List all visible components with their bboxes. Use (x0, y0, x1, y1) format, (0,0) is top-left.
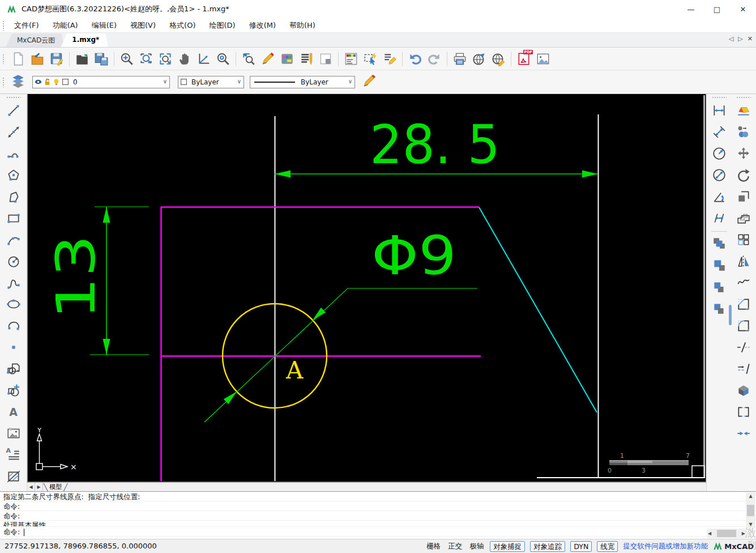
menu-item-8[interactable]: 帮助(H) (284, 19, 321, 32)
hatch-tool-button[interactable] (3, 466, 24, 487)
model-prev-button[interactable]: ◀ (27, 483, 35, 491)
menu-item-2[interactable]: 功能(A) (47, 19, 84, 32)
dim-aligned-button[interactable] (709, 122, 729, 142)
fillet-button[interactable] (733, 316, 754, 336)
chamfer-button[interactable] (733, 294, 754, 314)
erase-button[interactable] (733, 100, 754, 121)
zoom-dynamic-button[interactable] (117, 49, 136, 69)
dim-radius-button[interactable] (709, 143, 729, 164)
mtext-tool-button[interactable]: A (3, 445, 24, 465)
polygon-tool-button[interactable] (3, 165, 24, 185)
maximize-button[interactable]: □ (704, 0, 730, 18)
status-toggle-对象追踪[interactable]: 对象追踪 (530, 541, 565, 552)
tab-scroll-left-icon[interactable]: ◁ (729, 35, 733, 42)
page-setup-button[interactable] (316, 49, 335, 69)
pan-button[interactable] (175, 49, 194, 69)
move-button[interactable] (733, 143, 754, 164)
draw-order-front-button[interactable] (709, 233, 729, 254)
scale-button[interactable] (733, 186, 754, 207)
spline-edit-button[interactable] (733, 273, 754, 293)
zoom-window-button[interactable] (136, 49, 156, 69)
model-next-button[interactable]: ▶ (35, 483, 43, 491)
export-pdf-button[interactable]: PDF (514, 49, 533, 69)
join-button[interactable] (733, 423, 754, 444)
rotate-button[interactable] (733, 165, 754, 185)
point-tool-button[interactable] (3, 337, 24, 358)
offset-button[interactable] (733, 208, 754, 228)
match-properties-button[interactable] (380, 49, 399, 69)
command-horizontal-scrollbar[interactable]: ◀ ▶ (707, 529, 746, 538)
status-toggle-极轴[interactable]: 极轴 (468, 542, 485, 551)
save-file-button[interactable] (47, 49, 66, 69)
layers-button[interactable] (8, 73, 28, 92)
arc-tool-button[interactable] (3, 229, 24, 250)
line-tool-button[interactable] (3, 100, 24, 121)
dim-diameter-button[interactable] (709, 165, 729, 185)
layer-manager-button[interactable] (341, 49, 361, 69)
scroll-thumb[interactable] (747, 505, 754, 516)
polyline-tool-button[interactable] (3, 143, 24, 164)
dim-linear-button[interactable] (709, 100, 729, 121)
new-file-button[interactable] (8, 49, 28, 69)
image-tool-button[interactable] (3, 423, 24, 444)
block-tool-button[interactable] (3, 359, 24, 379)
scroll-up-icon[interactable]: ▲ (749, 492, 752, 500)
pencil-icon[interactable] (360, 73, 379, 92)
color-dropdown[interactable]: ByLayer ∨ (178, 76, 244, 88)
array-button[interactable] (733, 229, 754, 250)
draw-order-back-button[interactable] (709, 255, 729, 275)
quick-select-button[interactable] (361, 49, 380, 69)
close-button[interactable]: ✕ (730, 0, 756, 18)
document-tab-2[interactable]: 1.mxg* (61, 33, 108, 47)
command-line-panel[interactable]: 指定第二条尺寸界线原点: 指定尺寸线位置:命令:命令:处理基本属性命令: (0, 491, 756, 539)
extend-button[interactable] (733, 359, 754, 379)
mirror-button[interactable] (733, 251, 754, 271)
print-button[interactable] (450, 49, 469, 69)
xline-tool-button[interactable] (3, 122, 24, 142)
color-palette-button[interactable] (277, 49, 297, 69)
model-tab[interactable]: 模型 (48, 483, 63, 491)
menu-item-6[interactable]: 绘图(D) (203, 19, 241, 32)
spline-tool-button[interactable] (3, 273, 24, 293)
text-style-button[interactable] (297, 49, 316, 69)
feedback-link[interactable]: 提交软件问题或增加新功能 (623, 542, 708, 551)
dim-angular-button[interactable] (709, 186, 729, 207)
menu-item-7[interactable]: 修改(M) (244, 19, 281, 32)
layer-dropdown[interactable]: 0 ∨ (32, 76, 170, 88)
break-button[interactable] (733, 402, 754, 422)
web-edit-button[interactable] (489, 49, 508, 69)
status-toggle-正交[interactable]: 正交 (447, 542, 463, 551)
draw-order-under-button[interactable] (709, 298, 729, 318)
toolbar-scroll-thumb[interactable] (729, 305, 732, 325)
tab-close-icon[interactable]: ✕ (748, 35, 753, 42)
trim-button[interactable] (733, 337, 754, 358)
zoom-scale-button[interactable] (194, 49, 213, 69)
status-toggle-DYN[interactable]: DYN (570, 541, 592, 552)
open-folder-button[interactable] (72, 49, 92, 69)
publish-web-button[interactable] (469, 49, 489, 69)
command-vertical-scrollbar[interactable]: ▲ ▼ (746, 492, 755, 529)
undo-button[interactable] (405, 49, 425, 69)
minimize-button[interactable]: — (678, 0, 704, 18)
menu-item-4[interactable]: 视图(V) (125, 19, 161, 32)
insert-block-tool-button[interactable] (3, 380, 24, 401)
ellipse-arc-tool-button[interactable] (3, 316, 24, 336)
text-tool-button[interactable]: A (3, 402, 24, 422)
scroll-left-icon[interactable]: ◀ (708, 530, 711, 538)
redo-button[interactable] (425, 49, 444, 69)
polygon-edge-tool-button[interactable] (3, 186, 24, 207)
zoom-extents-button[interactable] (156, 49, 175, 69)
menu-item-5[interactable]: 格式(O) (164, 19, 201, 32)
copy-button[interactable] (733, 122, 754, 142)
drawing-canvas[interactable]: 28. 5 13 A Φ9 (27, 94, 706, 482)
ellipse-tool-button[interactable] (3, 294, 24, 314)
menu-item-3[interactable]: 编辑(E) (86, 19, 122, 32)
zoom-previous-button[interactable] (239, 49, 258, 69)
command-line-5[interactable]: 命令: (0, 527, 756, 537)
zoom-center-button[interactable] (213, 49, 233, 69)
linetype-dropdown[interactable]: ByLayer ∨ (250, 76, 355, 88)
status-toggle-栅格[interactable]: 栅格 (425, 542, 442, 551)
status-toggle-对象捕捉[interactable]: 对象捕捉 (490, 541, 525, 552)
status-toggle-线宽[interactable]: 线宽 (597, 541, 618, 552)
rectangle-tool-button[interactable] (3, 208, 24, 228)
